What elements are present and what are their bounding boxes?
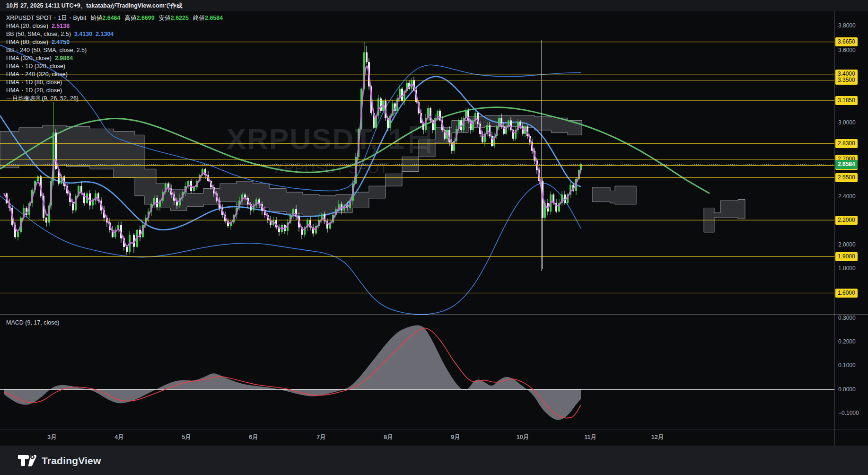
level-price-chip[interactable]: 2.8300 <box>835 139 858 148</box>
ohlc-value: 2.6699 <box>137 15 155 21</box>
ohlc-label: 始値 <box>90 15 102 21</box>
macd-pane[interactable] <box>0 315 834 430</box>
time-axis-month[interactable]: 8月 <box>384 433 393 441</box>
ohlc-value: 2.6464 <box>102 15 120 21</box>
indicator-label[interactable]: HMA・240 (320, close) <box>6 71 68 78</box>
footer-bar: TradingView <box>0 446 868 475</box>
indicator-label[interactable]: 一目均衡表® (9, 26, 52, 26) <box>6 95 79 102</box>
time-axis-month[interactable]: 10月 <box>517 433 529 441</box>
indicator-label[interactable]: BB・240 (50, SMA, close, 2.5) <box>6 47 87 53</box>
macd-axis-label: 0.2000 <box>838 338 856 345</box>
price-axis-label: 3.8000 <box>838 22 856 29</box>
macd-axis-label: 0.0000 <box>838 386 856 393</box>
indicator-label[interactable]: HMA (80, close) <box>6 39 48 45</box>
time-axis-month[interactable]: 5月 <box>182 433 191 441</box>
macd-signal-line <box>4 328 581 418</box>
snapshot-created-text: 10月 27, 2025 14:11 UTC+9、takatabaがTradin… <box>6 2 183 10</box>
legend-indicator-row[interactable]: HMA・1D (320, close) <box>6 62 223 70</box>
ichimoku-cloud <box>704 200 745 232</box>
pane-divider[interactable] <box>0 315 868 315</box>
legend-symbol[interactable]: XRPUSDT SPOT・1日・Bybit <box>6 15 86 21</box>
plot-left-border <box>4 11 4 430</box>
time-axis-month[interactable]: 9月 <box>451 433 460 441</box>
legend-indicator-row[interactable]: 一目均衡表® (9, 26, 52, 26) <box>6 95 223 103</box>
legend-indicator-row[interactable]: HMA・1D (80, close) <box>6 79 223 87</box>
legend-indicator-row[interactable]: HMA・240 (320, close) <box>6 70 223 79</box>
tradingview-brand-text: TradingView <box>42 455 101 466</box>
ohlc-label: 高値 <box>125 15 137 21</box>
level-price-chip[interactable]: 2.2000 <box>835 216 858 225</box>
ohlc-label: 終値 <box>193 15 205 21</box>
price-axis-label: 2.0000 <box>838 241 856 248</box>
macd-axis-label: −0.1000 <box>838 409 859 417</box>
level-price-chip[interactable]: 3.1850 <box>835 96 858 105</box>
macd-axis-label: 0.3000 <box>838 314 856 322</box>
time-axis-month[interactable]: 7月 <box>316 433 325 441</box>
indicator-label[interactable]: BB (50, SMA, close, 2.5) <box>6 31 71 37</box>
indicator-value: 2.4750 <box>52 39 70 45</box>
ohlc-value: 2.6225 <box>171 15 189 21</box>
legend-indicator-row[interactable]: BB (50, SMA, close, 2.5)3.41302.1304 <box>6 30 223 38</box>
time-axis-month[interactable]: 11月 <box>584 433 596 441</box>
macd-legend-label[interactable]: MACD (9, 17, close) <box>6 319 60 326</box>
indicator-value: 2.9864 <box>55 55 73 62</box>
legend-indicator-row[interactable]: HMA (80, close)2.4750 <box>6 38 223 46</box>
ohlc-value: 2.6584 <box>205 15 223 21</box>
legend-indicator-row[interactable]: BB・240 (50, SMA, close, 2.5) <box>6 46 223 54</box>
legend-indicator-row[interactable]: HMA (20, close)2.5138 <box>6 22 223 30</box>
time-axis-month[interactable]: 3月 <box>47 433 56 441</box>
level-price-chip[interactable]: 3.3500 <box>835 76 858 85</box>
legend-indicator-row[interactable]: HMA・1D (20, close) <box>6 87 223 95</box>
legend-title-row[interactable]: XRPUSDT SPOT・1日・Bybit始値2.6464高値2.6699安値2… <box>6 14 223 22</box>
indicator-label[interactable]: HMA・1D (80, close) <box>6 79 62 86</box>
legend-indicator-row[interactable]: HMA (320, close)2.9864 <box>6 54 223 62</box>
tradingview-chart-window: 10月 27, 2025 14:11 UTC+9、takatabaがTradin… <box>0 0 868 475</box>
macd-axis-label: 0.1000 <box>838 361 856 369</box>
indicator-value: 2.5138 <box>52 23 70 29</box>
indicator-label[interactable]: HMA・1D (320, close) <box>6 63 65 70</box>
indicator-legend: XRPUSDT SPOT・1日・Bybit始値2.6464高値2.6699安値2… <box>6 14 223 103</box>
level-price-chip[interactable]: 1.6000 <box>835 289 858 298</box>
price-axis-border <box>834 11 835 446</box>
time-axis-month[interactable]: 12月 <box>651 433 664 441</box>
level-price-chip[interactable]: 3.6650 <box>835 37 858 46</box>
price-axis-label: 3.0000 <box>838 119 856 126</box>
indicator-value: 3.4130 <box>74 31 92 37</box>
price-axis-label: 3.6000 <box>838 46 856 54</box>
time-axis-top-border <box>0 430 868 430</box>
price-axis-label: 1.8000 <box>838 264 856 272</box>
macd-area <box>4 325 581 420</box>
indicator-label[interactable]: HMA (20, close) <box>6 23 48 29</box>
indicator-value: 2.1304 <box>96 31 114 37</box>
indicator-label[interactable]: HMA (320, close) <box>6 55 52 62</box>
price-axis-label: 2.4000 <box>838 193 856 200</box>
time-axis-month[interactable]: 6月 <box>249 433 258 441</box>
snapshot-header: 10月 27, 2025 14:11 UTC+9、takatabaがTradin… <box>0 0 868 11</box>
ohlc-label: 安値 <box>159 15 171 21</box>
time-axis-month[interactable]: 4月 <box>114 433 123 441</box>
tradingview-logo-icon <box>18 455 37 466</box>
level-price-chip[interactable]: 1.9000 <box>835 252 858 261</box>
tradingview-brand[interactable]: TradingView <box>18 455 101 466</box>
indicator-label[interactable]: HMA・1D (20, close) <box>6 87 62 94</box>
level-price-chip[interactable]: 2.5500 <box>835 173 858 182</box>
last-price-chip[interactable]: 2.6584 <box>835 160 858 169</box>
ichimoku-cloud <box>592 186 636 204</box>
